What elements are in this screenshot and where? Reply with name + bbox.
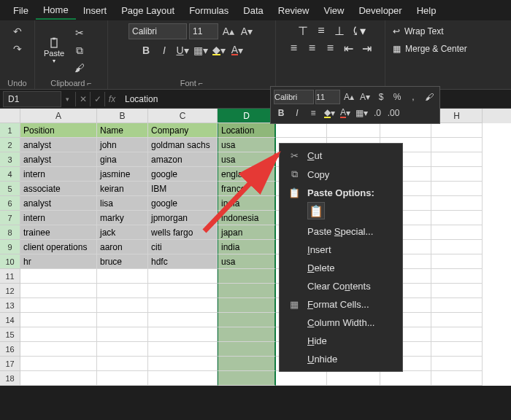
paste-button[interactable]: Paste ▾ — [41, 34, 67, 67]
cell[interactable]: Name — [97, 123, 148, 138]
cell[interactable]: associate — [20, 182, 97, 196]
cell[interactable] — [431, 211, 483, 225]
name-box[interactable] — [3, 91, 61, 107]
fx-icon[interactable]: fx — [104, 92, 119, 106]
ctx-clear-contents[interactable]: Clear Contents — [280, 277, 402, 295]
italic-button[interactable]: I — [156, 42, 172, 58]
wrap-text-button[interactable]: ↩ Wrap Text — [391, 23, 445, 39]
cell[interactable] — [97, 357, 148, 371]
mini-italic-icon[interactable]: I — [290, 106, 304, 120]
underline-button[interactable]: U▾ — [174, 42, 191, 58]
cell[interactable]: usa — [218, 152, 276, 167]
menu-data[interactable]: Data — [236, 2, 270, 19]
cells-area[interactable]: PositionNameCompanyLocationanalystjohngo… — [20, 123, 483, 386]
cell[interactable]: lisa — [97, 196, 148, 211]
decrease-font-icon[interactable]: A▾ — [239, 23, 255, 39]
menu-insert[interactable]: Insert — [76, 2, 115, 19]
cell[interactable]: intern — [20, 167, 97, 182]
cell[interactable] — [380, 371, 431, 386]
borders-button[interactable]: ▦▾ — [193, 42, 209, 58]
fill-color-button[interactable]: ◆▾ — [211, 42, 227, 58]
increase-indent-icon[interactable]: ⇥ — [359, 41, 375, 55]
cell[interactable]: IBM — [148, 182, 218, 196]
cell[interactable] — [431, 196, 483, 211]
row-header[interactable]: 16 — [0, 342, 20, 357]
cell[interactable] — [431, 327, 483, 342]
row-header[interactable]: 11 — [0, 269, 20, 284]
align-top-icon[interactable]: ⊤ — [295, 23, 311, 38]
cell[interactable] — [148, 313, 218, 327]
namebox-dropdown-icon[interactable]: ▾ — [66, 96, 69, 103]
cell[interactable] — [97, 313, 148, 327]
increase-font-icon[interactable]: A▴ — [220, 23, 237, 39]
ctx-copy[interactable]: ⧉Copy — [280, 165, 402, 184]
align-middle-icon[interactable]: ≡ — [313, 23, 329, 38]
cell[interactable] — [20, 284, 97, 298]
ctx-delete[interactable]: Delete — [280, 259, 402, 277]
cell[interactable] — [431, 152, 483, 167]
menu-page-layout[interactable]: Page Layout — [114, 2, 182, 19]
redo-icon[interactable]: ↷ — [9, 41, 26, 57]
cell[interactable]: analyst — [20, 152, 97, 167]
mini-font-size[interactable] — [315, 90, 340, 104]
row-header[interactable]: 12 — [0, 284, 20, 298]
cell[interactable] — [218, 284, 276, 298]
menu-review[interactable]: Review — [271, 2, 317, 19]
cell[interactable]: jasmine — [97, 167, 148, 182]
row-header[interactable]: 5 — [0, 182, 20, 196]
cell[interactable] — [431, 225, 483, 240]
cell[interactable]: bruce — [97, 254, 148, 269]
col-header-c[interactable]: C — [148, 109, 218, 123]
cell[interactable] — [97, 269, 148, 284]
cell[interactable] — [431, 240, 483, 254]
format-painter-icon[interactable]: 🖌 — [72, 60, 88, 76]
cell[interactable] — [20, 357, 97, 371]
cell[interactable] — [148, 357, 218, 371]
cell[interactable]: marky — [97, 211, 148, 225]
cell[interactable] — [218, 342, 276, 357]
ctx-unhide[interactable]: Unhide — [280, 350, 402, 368]
cell[interactable] — [97, 298, 148, 313]
cell[interactable] — [218, 327, 276, 342]
ctx-insert[interactable]: Insert — [280, 241, 402, 259]
cell[interactable] — [97, 342, 148, 357]
cell[interactable]: Position — [20, 123, 97, 138]
cell[interactable] — [276, 123, 327, 138]
menu-help[interactable]: Help — [410, 2, 444, 19]
cell[interactable] — [97, 371, 148, 386]
cell[interactable] — [218, 269, 276, 284]
cell[interactable]: hr — [20, 254, 97, 269]
cell[interactable]: aaron — [97, 240, 148, 254]
cell[interactable]: hdfc — [148, 254, 218, 269]
cell[interactable] — [20, 342, 97, 357]
mini-fill-color-icon[interactable]: ◆▾ — [322, 106, 337, 120]
select-all-corner[interactable] — [0, 109, 20, 123]
cell[interactable]: john — [97, 138, 148, 152]
cell[interactable] — [327, 123, 380, 138]
menu-developer[interactable]: Developer — [351, 2, 409, 19]
cell[interactable]: goldman sachs — [148, 138, 218, 152]
cell[interactable] — [380, 123, 431, 138]
align-right-icon[interactable]: ≡ — [323, 41, 339, 55]
row-header[interactable]: 15 — [0, 327, 20, 342]
cell[interactable]: trainee — [20, 225, 97, 240]
cell[interactable]: jpmorgan — [148, 211, 218, 225]
cell[interactable]: gina — [97, 152, 148, 167]
mini-format-painter-icon[interactable]: 🖌 — [422, 90, 437, 104]
cut-icon[interactable]: ✂ — [72, 25, 88, 41]
row-header[interactable]: 13 — [0, 298, 20, 313]
cell[interactable] — [148, 284, 218, 298]
row-header[interactable]: 8 — [0, 225, 20, 240]
mini-decrease-decimal-icon[interactable]: .0 — [370, 106, 385, 120]
cell[interactable]: france — [218, 182, 276, 196]
mini-comma-icon[interactable]: , — [406, 90, 420, 104]
cell[interactable] — [431, 182, 483, 196]
cell[interactable] — [431, 284, 483, 298]
cell[interactable]: analyst — [20, 196, 97, 211]
ctx-cut[interactable]: ✂Cut — [280, 147, 402, 165]
ctx-paste-special[interactable]: Paste Special... — [280, 222, 402, 241]
cell[interactable] — [20, 371, 97, 386]
cell[interactable]: citi — [148, 240, 218, 254]
cell[interactable]: amazon — [148, 152, 218, 167]
cell[interactable] — [431, 313, 483, 327]
